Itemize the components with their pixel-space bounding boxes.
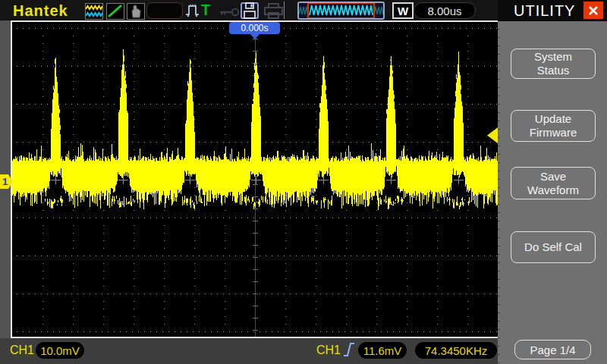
trigger-position-arrow — [250, 34, 259, 39]
save-waveform-button[interactable]: Save Waveform — [511, 167, 596, 199]
empty-slot-box — [146, 2, 183, 19]
bottom-status-bar: CH1 10.0mV CH1 11.6mV 74.3450KHz — [0, 338, 498, 364]
waveform-display: 0.000s — [11, 20, 498, 338]
print-icon — [263, 3, 285, 22]
trigger-level-readout: 11.6mV — [358, 342, 407, 359]
do-self-cal-button[interactable]: Do Self Cal — [511, 231, 596, 263]
trigger-pulse-icon — [184, 3, 201, 21]
channel-waveforms-icon[interactable] — [85, 3, 103, 20]
close-icon[interactable] — [583, 2, 603, 19]
ch1-label: CH1 — [10, 344, 34, 357]
save-floppy-icon[interactable] — [241, 2, 259, 22]
frequency-readout: 74.3450KHz — [415, 342, 497, 359]
trigger-time-tag[interactable]: 0.000s — [229, 22, 280, 34]
menu-title: UTILITY — [514, 2, 575, 20]
rising-edge-icon — [343, 340, 355, 362]
menu-header: UTILITY — [498, 0, 607, 21]
waveform-record-bar[interactable] — [297, 2, 385, 20]
system-status-button[interactable]: System Status — [511, 49, 596, 79]
toolbar-separator — [284, 2, 285, 19]
utility-menu: System Status Update Firmware Save Wavef… — [498, 21, 607, 364]
timebase-readout: 8.00us — [414, 2, 476, 19]
trigger-source-label: CH1 — [316, 344, 341, 357]
update-firmware-button[interactable]: Update Firmware — [511, 110, 596, 142]
hantek-logo: Hantek — [13, 2, 68, 20]
top-bar: Hantek T — [0, 0, 498, 20]
w-mode-icon[interactable]: W — [392, 2, 414, 19]
ch1-scale-readout: 10.0mV — [36, 342, 84, 359]
page-indicator-button[interactable]: Page 1/4 — [514, 340, 591, 359]
key-lock-icon — [219, 6, 240, 20]
trigger-type-label: T — [201, 2, 210, 19]
sidebar-edge-ticks — [498, 21, 500, 364]
slope-icon[interactable] — [106, 3, 124, 20]
hand-cursor-icon[interactable] — [127, 3, 145, 20]
